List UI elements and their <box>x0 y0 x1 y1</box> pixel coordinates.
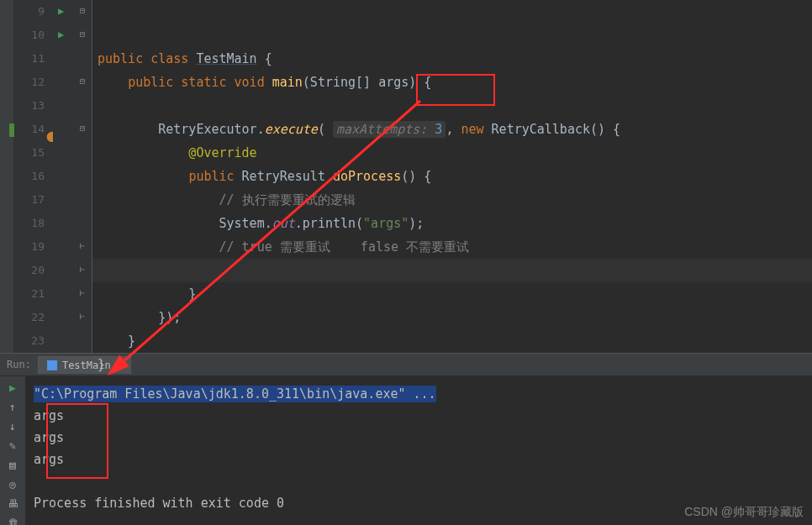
line-number-gutter: 9101112 13141516 17181920 212223 ⬤ <box>14 0 53 353</box>
fold-toggle-icon[interactable]: ⊟ <box>80 6 85 15</box>
down-stack-icon[interactable]: ↓ <box>9 420 16 433</box>
run-class-icon[interactable]: ▶ <box>58 5 64 17</box>
run-label: Run: <box>0 359 38 370</box>
run-config-tab[interactable]: TestMain × <box>38 356 131 374</box>
up-stack-icon[interactable]: ↑ <box>9 401 16 413</box>
layout-icon[interactable]: ▤ <box>9 459 16 471</box>
print-icon[interactable]: 🖶 <box>8 497 18 510</box>
console-line: args <box>34 452 64 467</box>
fold-end-icon[interactable]: ⊢ <box>80 288 85 297</box>
left-rail <box>0 0 14 353</box>
fold-end-icon[interactable]: ⊢ <box>80 265 85 274</box>
run-method-icon[interactable]: ▶ <box>58 29 64 40</box>
run-gutter: ▶ ▶ <box>53 0 76 353</box>
override-annotation: @Override <box>98 145 257 160</box>
fold-toggle-icon[interactable]: ⊟ <box>80 76 85 86</box>
fold-end-icon[interactable]: ⊢ <box>80 312 85 321</box>
console-output[interactable]: "C:\Program Files\Java\jdk1.8.0_311\bin\… <box>25 376 812 525</box>
target-icon[interactable]: ◎ <box>9 478 16 491</box>
run-toolbar: ▶ ↑ ↓ ✎ ▤ ◎ 🖶 🗑 <box>0 376 25 525</box>
comment: // true 需要重试 false 不需要重试 <box>98 239 469 255</box>
code-editor[interactable]: 9101112 13141516 17181920 212223 ⬤ ▶ ▶ ⊟… <box>0 0 812 353</box>
execute-call: execute <box>265 122 318 137</box>
watermark: CSDN @帅哥哥珍藏版 <box>684 505 804 520</box>
vcs-change-marker <box>9 123 14 137</box>
trash-icon[interactable]: 🗑 <box>8 517 18 525</box>
console-command: "C:\Program Files\Java\jdk1.8.0_311\bin\… <box>34 386 436 402</box>
fold-toggle-icon[interactable]: ⊟ <box>80 123 85 133</box>
console-exit-line: Process finished with exit code 0 <box>34 496 284 511</box>
current-line-highlight <box>92 259 812 282</box>
comment: // 执行需要重试的逻辑 <box>98 192 356 207</box>
console-line: args <box>34 408 64 423</box>
settings-icon[interactable]: ✎ <box>9 439 16 452</box>
rerun-icon[interactable]: ▶ <box>9 381 16 394</box>
param-hint-value: 3 <box>427 122 442 137</box>
console-line: args <box>34 430 64 445</box>
run-header: Run: TestMain × <box>0 354 812 376</box>
param-hint-label: maxAttempts: <box>336 122 427 137</box>
fold-end-icon[interactable]: ⊢ <box>80 241 85 250</box>
fold-toggle-icon[interactable]: ⊟ <box>80 29 85 39</box>
application-icon <box>47 360 57 370</box>
close-tab-icon[interactable]: × <box>116 360 122 371</box>
run-tool-window: Run: TestMain × ▶ ↑ ↓ ✎ ▤ ◎ 🖶 🗑 "C:\Prog… <box>0 353 812 525</box>
code-area[interactable]: public class TestMain { public static vo… <box>92 0 812 353</box>
fold-gutter: ⊟ ⊟ ⊟ ⊟ ⊢ ⊢ ⊢ ⊢ <box>76 0 92 353</box>
